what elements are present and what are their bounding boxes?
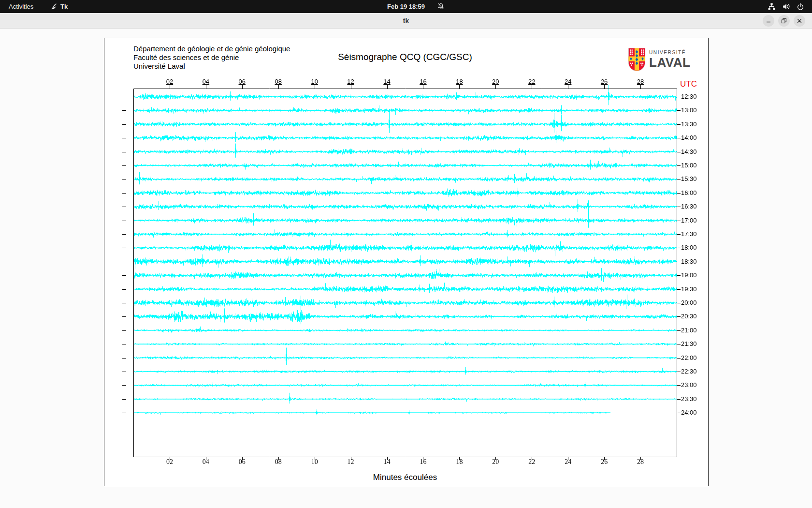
x-tick-label-bottom: 06 xyxy=(239,458,246,466)
seismograph-canvas xyxy=(121,77,686,467)
close-icon xyxy=(796,17,803,25)
trace-time-label: 17:00 xyxy=(681,217,697,224)
window-title: tk xyxy=(0,13,812,28)
trace-time-label: 16:00 xyxy=(681,189,697,197)
trace-time-label: 21:00 xyxy=(681,327,697,334)
trace-time-label: 18:30 xyxy=(681,258,697,266)
maximize-button[interactable] xyxy=(778,15,790,27)
restore-icon xyxy=(780,17,788,25)
activities-label: Activities xyxy=(9,3,33,10)
trace-time-label: 24:00 xyxy=(681,409,697,417)
trace-time-label: 19:30 xyxy=(681,285,697,293)
power-icon xyxy=(797,3,804,11)
tk-app-icon xyxy=(50,3,58,10)
trace-time-label: 22:30 xyxy=(681,368,697,375)
tk-app-menu-button[interactable]: Tk xyxy=(50,0,68,13)
close-button[interactable] xyxy=(794,15,805,27)
trace-time-label: 21:30 xyxy=(681,340,697,348)
x-tick-label-top: 24 xyxy=(565,78,571,85)
x-tick-label-top: 20 xyxy=(492,78,499,85)
trace-time-label: 18:00 xyxy=(681,244,697,252)
x-tick-label-top: 08 xyxy=(275,78,281,85)
plot-title: Séismographe QCQ (CGC/GSC) xyxy=(133,52,677,62)
minimize-button[interactable] xyxy=(763,15,774,27)
x-tick-label-bottom: 26 xyxy=(601,458,608,466)
laval-wordmark-bottom: LAVAL xyxy=(649,56,690,69)
clock-button[interactable]: Feb 19 18:59 xyxy=(387,0,425,13)
trace-time-label: 16:30 xyxy=(681,203,697,210)
trace-time-label: 12:30 xyxy=(681,93,697,101)
x-tick-label-top: 14 xyxy=(383,78,390,85)
trace-time-label: 19:00 xyxy=(681,271,697,279)
system-menu-button[interactable] xyxy=(768,0,804,13)
desktop: Activities Tk Feb 19 18:59 xyxy=(0,0,812,508)
x-tick-label-bottom: 04 xyxy=(203,458,209,466)
minimize-icon xyxy=(765,17,772,25)
x-tick-label-top: 12 xyxy=(347,78,354,85)
trace-time-label: 23:00 xyxy=(681,381,697,389)
x-tick-label-bottom: 18 xyxy=(456,458,463,466)
trace-time-label: 22:00 xyxy=(681,354,697,362)
laval-wordmark: UNIVERSITÉ LAVAL xyxy=(649,50,690,69)
universite-laval-logo: UNIVERSITÉ LAVAL xyxy=(628,47,690,72)
x-tick-label-bottom: 22 xyxy=(528,458,535,466)
trace-time-label: 15:00 xyxy=(681,162,697,169)
x-tick-label-bottom: 14 xyxy=(384,458,391,466)
notifications-disabled-icon[interactable] xyxy=(437,2,445,10)
x-tick-label-bottom: 24 xyxy=(565,458,571,466)
x-tick-label-top: 18 xyxy=(456,78,463,85)
x-tick-label-top: 04 xyxy=(203,78,209,85)
window-titlebar[interactable]: tk xyxy=(0,13,812,29)
x-tick-label-bottom: 12 xyxy=(348,458,354,466)
trace-time-label: 14:30 xyxy=(681,148,697,156)
gnome-top-bar: Activities Tk Feb 19 18:59 xyxy=(0,0,812,13)
window-content: Département de géologie et de génie géol… xyxy=(0,29,812,508)
x-tick-label-top: 22 xyxy=(528,78,535,85)
trace-time-label: 13:30 xyxy=(681,120,697,128)
x-tick-label-bottom: 08 xyxy=(275,458,282,466)
x-tick-label-bottom: 28 xyxy=(637,458,644,466)
tk-app-label: Tk xyxy=(60,3,68,10)
header-line-3: Université Laval xyxy=(133,62,185,70)
activities-button[interactable]: Activities xyxy=(9,0,33,13)
trace-time-label: 14:00 xyxy=(681,134,697,142)
trace-time-label: 13:00 xyxy=(681,106,697,114)
x-tick-label-top: 10 xyxy=(311,78,318,85)
volume-icon xyxy=(782,2,790,11)
trace-time-label: 23:30 xyxy=(681,395,697,403)
x-tick-label-top: 02 xyxy=(166,78,173,85)
x-tick-label-top: 26 xyxy=(601,78,608,85)
trace-time-label: 20:30 xyxy=(681,313,697,320)
x-tick-label-top: 06 xyxy=(239,78,246,85)
x-tick-label-bottom: 20 xyxy=(492,458,499,466)
x-tick-label-top: 16 xyxy=(420,78,426,85)
x-tick-label-bottom: 10 xyxy=(311,458,318,466)
network-wired-icon xyxy=(768,2,776,11)
trace-time-label: 15:30 xyxy=(681,175,697,183)
laval-wordmark-top: UNIVERSITÉ xyxy=(649,50,690,55)
laval-shield-icon xyxy=(628,47,646,72)
clock-label: Feb 19 18:59 xyxy=(387,3,425,10)
x-tick-label-bottom: 02 xyxy=(166,458,173,466)
x-tick-label-top: 28 xyxy=(637,78,644,85)
trace-time-label: 17:30 xyxy=(681,230,697,238)
x-axis-title: Minutes écoulées xyxy=(133,473,677,482)
x-tick-label-bottom: 16 xyxy=(420,458,426,466)
trace-time-label: 20:00 xyxy=(681,299,697,307)
